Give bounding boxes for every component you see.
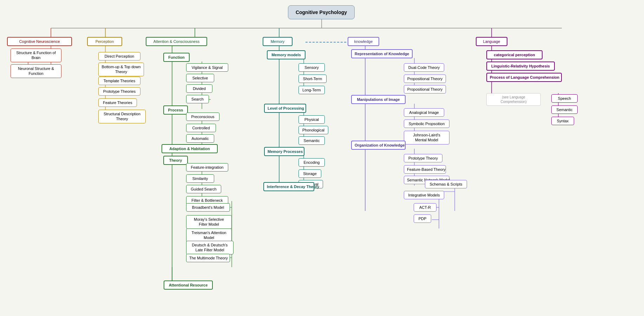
broadbent-node: Broadbent's Model xyxy=(186,203,230,212)
moray-node: Moray's Selective Filter Model xyxy=(186,215,232,229)
controlled-node: Controlled xyxy=(186,124,216,132)
pdp-node: PDP xyxy=(414,214,431,223)
attention-node: Attention & Consciousness xyxy=(146,37,207,46)
propositional1-node: Propositional Theory xyxy=(404,75,446,83)
prototype-theory-node: Prototype Theory xyxy=(404,154,442,162)
semantic-lang-node: Semantic xyxy=(551,105,578,114)
selective-node: Selective xyxy=(186,74,214,82)
speech-node: Speech xyxy=(551,94,578,103)
categorical-percept-node: categorical perception xyxy=(486,50,543,59)
vigilance-node: Vigilance & Signal xyxy=(186,63,228,72)
memory-models-node: Memory models xyxy=(267,50,305,59)
knowledge-node: knowledge xyxy=(348,37,379,46)
manip-image-node: Manipulations of Image xyxy=(351,95,406,104)
root-node: Cognitive Psychology xyxy=(288,5,355,19)
guided-search-node: Guided Search xyxy=(186,185,221,193)
syntax-node: Syntax xyxy=(551,117,574,125)
feature-node: Feature Theories xyxy=(98,98,137,107)
feature-integration-node: Feature-integration xyxy=(186,163,228,172)
feature-based-node: Feature-Based Theory xyxy=(404,165,446,174)
process-lang-ref-node: (see Language Comprehension) xyxy=(486,93,541,106)
schemas-scripts-node: Schemas & Scripts xyxy=(425,180,467,188)
divided-node: Divided xyxy=(186,84,212,93)
treisman-node: Treisman's Attention Model xyxy=(186,228,232,242)
shortterm-node: Short-Term xyxy=(298,75,327,83)
symbolic-prop-node: Symbolic Propsoition xyxy=(404,120,449,128)
johnson-laird-node: Johnson-Laird's Mental Model xyxy=(404,131,449,144)
dual-code-node: Dual-Code Theory xyxy=(404,63,444,72)
process-lang-node: Process of Language Comprehension xyxy=(486,73,562,82)
language-node: Language xyxy=(476,37,507,46)
function-node: Function xyxy=(163,53,190,62)
similarity-node: Similarity xyxy=(186,174,214,183)
adaption-node: Adaption & Habitation xyxy=(162,144,218,153)
storage-node: Storage xyxy=(298,169,321,178)
semantic-mem-node: Semantic xyxy=(298,136,325,145)
struct-func-node: Structure & Function of Brain xyxy=(11,49,61,62)
sensory-node: Sensory xyxy=(298,63,325,72)
level-processing-node: Level of Processing xyxy=(264,104,306,113)
structural-desc-node: Structural Description Theory xyxy=(98,110,146,123)
perception-node: Perception xyxy=(87,37,122,46)
multimode-node: The Multimode Theory xyxy=(186,254,230,262)
mind-map: Cognitive Psychology Cognitive Neuroscie… xyxy=(0,0,644,316)
encoding-node: Encoding xyxy=(298,158,325,167)
integrative-models-node: Integrative Models xyxy=(404,191,444,199)
org-knowledge-node: Organization of Knowledge xyxy=(351,141,406,150)
prototype-node: Prototype Theories xyxy=(98,87,140,96)
deutsch-node: Deutsch & Deutsch's Late Filter Model xyxy=(186,241,234,254)
bottomup-node: Bottom-up & Top down Theory xyxy=(98,63,144,76)
attentional-resource-node: Attentional Resource xyxy=(164,280,213,290)
linguistic-relativity-node: Linguistic-Relativity Hypothesis xyxy=(486,62,555,71)
interference-decay-node: Interference & Decay Theory xyxy=(263,182,314,191)
template-node: Template Theories xyxy=(98,77,140,85)
analogical-node: Analogical Image xyxy=(404,108,444,117)
direct-percept-node: Direct Perception xyxy=(98,52,140,60)
physical-node: Physical xyxy=(298,115,325,124)
theory-node: Theory xyxy=(163,156,188,165)
longterm-node: Long-Term xyxy=(298,86,325,94)
neuronal-struct-node: Neuronal Structure & Function xyxy=(11,64,61,78)
propositional2-node: Propositional Theory xyxy=(404,85,446,93)
preconscious-node: Preconscious xyxy=(186,112,219,121)
phonological-node: Phonological xyxy=(298,126,328,134)
memory-node: Memory xyxy=(263,37,293,46)
search-node: Search xyxy=(186,95,209,103)
cogneuro-node: Cognitive Neuroscience xyxy=(7,37,72,46)
memory-processes-node: Memory Processes xyxy=(264,147,304,156)
automatic-node: Automatic xyxy=(186,134,214,143)
rep-knowledge-node: Representation of Knowledge xyxy=(351,49,413,58)
process-node: Process xyxy=(163,105,188,115)
actr-node: ACT-R xyxy=(414,203,436,212)
